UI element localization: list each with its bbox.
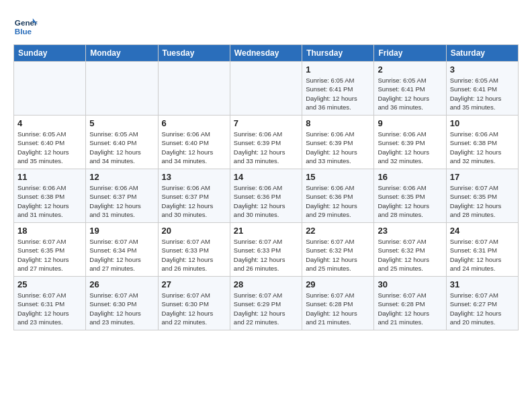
day-info: Sunrise: 6:07 AMSunset: 6:35 PMDaylight:… [17, 237, 82, 273]
calendar-cell: 14Sunrise: 6:06 AMSunset: 6:36 PMDayligh… [230, 169, 302, 223]
calendar-cell: 7Sunrise: 6:06 AMSunset: 6:39 PMDaylight… [230, 116, 302, 169]
day-info: Sunrise: 6:06 AMSunset: 6:37 PMDaylight:… [89, 183, 154, 219]
day-info: Sunrise: 6:06 AMSunset: 6:36 PMDaylight:… [306, 183, 370, 219]
calendar-cell: 4Sunrise: 6:05 AMSunset: 6:40 PMDaylight… [14, 116, 86, 169]
day-number: 4 [17, 118, 82, 128]
calendar-cell: 27Sunrise: 6:07 AMSunset: 6:30 PMDayligh… [158, 277, 230, 330]
day-number: 10 [450, 118, 515, 128]
calendar-cell: 13Sunrise: 6:06 AMSunset: 6:37 PMDayligh… [158, 169, 230, 223]
calendar-cell: 30Sunrise: 6:07 AMSunset: 6:28 PMDayligh… [374, 277, 446, 330]
day-info: Sunrise: 6:05 AMSunset: 6:41 PMDaylight:… [378, 76, 442, 111]
day-number: 28 [234, 279, 298, 289]
day-info: Sunrise: 6:06 AMSunset: 6:40 PMDaylight:… [162, 130, 226, 165]
day-info: Sunrise: 6:07 AMSunset: 6:32 PMDaylight:… [306, 237, 370, 273]
day-number: 19 [89, 226, 154, 236]
calendar-week-row: 25Sunrise: 6:07 AMSunset: 6:31 PMDayligh… [14, 277, 519, 330]
day-info: Sunrise: 6:07 AMSunset: 6:30 PMDaylight:… [89, 291, 154, 326]
day-info: Sunrise: 6:06 AMSunset: 6:38 PMDaylight:… [17, 183, 82, 219]
day-info: Sunrise: 6:07 AMSunset: 6:35 PMDaylight:… [450, 183, 515, 219]
day-info: Sunrise: 6:06 AMSunset: 6:39 PMDaylight:… [234, 130, 298, 165]
day-number: 22 [306, 226, 370, 236]
calendar-week-row: 1Sunrise: 6:05 AMSunset: 6:41 PMDaylight… [14, 62, 519, 116]
day-number: 24 [450, 226, 515, 236]
svg-text:Blue: Blue [15, 27, 32, 36]
day-number: 17 [450, 172, 515, 182]
weekday-header-thursday: Thursday [302, 45, 374, 62]
day-info: Sunrise: 6:06 AMSunset: 6:37 PMDaylight:… [162, 183, 226, 219]
weekday-header-saturday: Saturday [446, 45, 518, 62]
day-info: Sunrise: 6:07 AMSunset: 6:34 PMDaylight:… [89, 237, 154, 273]
calendar-cell: 11Sunrise: 6:06 AMSunset: 6:38 PMDayligh… [14, 169, 86, 223]
day-number: 26 [89, 279, 154, 289]
day-info: Sunrise: 6:06 AMSunset: 6:39 PMDaylight:… [306, 130, 370, 165]
day-number: 11 [17, 172, 82, 182]
logo-icon: General Blue [13, 13, 38, 38]
day-info: Sunrise: 6:07 AMSunset: 6:30 PMDaylight:… [162, 291, 226, 326]
weekday-header-monday: Monday [86, 45, 158, 62]
calendar-table: SundayMondayTuesdayWednesdayThursdayFrid… [13, 44, 519, 330]
calendar-cell: 12Sunrise: 6:06 AMSunset: 6:37 PMDayligh… [86, 169, 158, 223]
calendar-week-row: 4Sunrise: 6:05 AMSunset: 6:40 PMDaylight… [14, 116, 519, 169]
day-number: 9 [378, 118, 442, 128]
day-number: 29 [306, 279, 370, 289]
day-info: Sunrise: 6:06 AMSunset: 6:38 PMDaylight:… [450, 130, 515, 165]
calendar-cell: 1Sunrise: 6:05 AMSunset: 6:41 PMDaylight… [302, 62, 374, 116]
day-info: Sunrise: 6:07 AMSunset: 6:28 PMDaylight:… [306, 291, 370, 326]
day-number: 5 [89, 118, 154, 128]
calendar-cell: 2Sunrise: 6:05 AMSunset: 6:41 PMDaylight… [374, 62, 446, 116]
calendar-cell: 22Sunrise: 6:07 AMSunset: 6:32 PMDayligh… [302, 223, 374, 277]
day-number: 12 [89, 172, 154, 182]
page-header: General Blue [13, 13, 519, 38]
day-number: 16 [378, 172, 442, 182]
weekday-header-friday: Friday [374, 45, 446, 62]
calendar-body: 1Sunrise: 6:05 AMSunset: 6:41 PMDaylight… [14, 62, 519, 330]
day-info: Sunrise: 6:07 AMSunset: 6:33 PMDaylight:… [234, 237, 298, 273]
calendar-cell: 25Sunrise: 6:07 AMSunset: 6:31 PMDayligh… [14, 277, 86, 330]
day-number: 2 [378, 64, 442, 75]
calendar-cell: 16Sunrise: 6:06 AMSunset: 6:35 PMDayligh… [374, 169, 446, 223]
calendar-cell: 9Sunrise: 6:06 AMSunset: 6:39 PMDaylight… [374, 116, 446, 169]
day-info: Sunrise: 6:05 AMSunset: 6:41 PMDaylight:… [306, 76, 370, 111]
calendar-cell: 29Sunrise: 6:07 AMSunset: 6:28 PMDayligh… [302, 277, 374, 330]
day-number: 1 [306, 64, 370, 75]
calendar-header: SundayMondayTuesdayWednesdayThursdayFrid… [14, 45, 519, 62]
day-number: 13 [162, 172, 226, 182]
weekday-header-wednesday: Wednesday [230, 45, 302, 62]
day-info: Sunrise: 6:07 AMSunset: 6:32 PMDaylight:… [378, 237, 442, 273]
calendar-cell [230, 62, 302, 116]
day-info: Sunrise: 6:07 AMSunset: 6:31 PMDaylight:… [17, 291, 82, 326]
day-info: Sunrise: 6:05 AMSunset: 6:40 PMDaylight:… [89, 130, 154, 165]
calendar-week-row: 18Sunrise: 6:07 AMSunset: 6:35 PMDayligh… [14, 223, 519, 277]
day-info: Sunrise: 6:07 AMSunset: 6:28 PMDaylight:… [378, 291, 442, 326]
day-info: Sunrise: 6:07 AMSunset: 6:33 PMDaylight:… [162, 237, 226, 273]
day-info: Sunrise: 6:06 AMSunset: 6:39 PMDaylight:… [378, 130, 442, 165]
day-info: Sunrise: 6:05 AMSunset: 6:41 PMDaylight:… [450, 76, 515, 111]
day-number: 27 [162, 279, 226, 289]
calendar-cell: 28Sunrise: 6:07 AMSunset: 6:29 PMDayligh… [230, 277, 302, 330]
calendar-week-row: 11Sunrise: 6:06 AMSunset: 6:38 PMDayligh… [14, 169, 519, 223]
calendar-cell: 20Sunrise: 6:07 AMSunset: 6:33 PMDayligh… [158, 223, 230, 277]
calendar-cell: 5Sunrise: 6:05 AMSunset: 6:40 PMDaylight… [86, 116, 158, 169]
weekday-header-sunday: Sunday [14, 45, 86, 62]
weekday-header-row: SundayMondayTuesdayWednesdayThursdayFrid… [14, 45, 519, 62]
calendar-cell: 26Sunrise: 6:07 AMSunset: 6:30 PMDayligh… [86, 277, 158, 330]
calendar-cell: 6Sunrise: 6:06 AMSunset: 6:40 PMDaylight… [158, 116, 230, 169]
weekday-header-tuesday: Tuesday [158, 45, 230, 62]
calendar-cell: 3Sunrise: 6:05 AMSunset: 6:41 PMDaylight… [446, 62, 518, 116]
day-number: 25 [17, 279, 82, 289]
calendar-cell: 17Sunrise: 6:07 AMSunset: 6:35 PMDayligh… [446, 169, 518, 223]
calendar-cell: 19Sunrise: 6:07 AMSunset: 6:34 PMDayligh… [86, 223, 158, 277]
day-info: Sunrise: 6:07 AMSunset: 6:29 PMDaylight:… [234, 291, 298, 326]
day-number: 23 [378, 226, 442, 236]
day-info: Sunrise: 6:06 AMSunset: 6:36 PMDaylight:… [234, 183, 298, 219]
day-number: 30 [378, 279, 442, 289]
day-number: 7 [234, 118, 298, 128]
calendar-cell: 15Sunrise: 6:06 AMSunset: 6:36 PMDayligh… [302, 169, 374, 223]
day-number: 15 [306, 172, 370, 182]
day-number: 18 [17, 226, 82, 236]
calendar-cell: 18Sunrise: 6:07 AMSunset: 6:35 PMDayligh… [14, 223, 86, 277]
day-number: 21 [234, 226, 298, 236]
day-number: 14 [234, 172, 298, 182]
day-info: Sunrise: 6:07 AMSunset: 6:27 PMDaylight:… [450, 291, 515, 326]
calendar-cell: 31Sunrise: 6:07 AMSunset: 6:27 PMDayligh… [446, 277, 518, 330]
